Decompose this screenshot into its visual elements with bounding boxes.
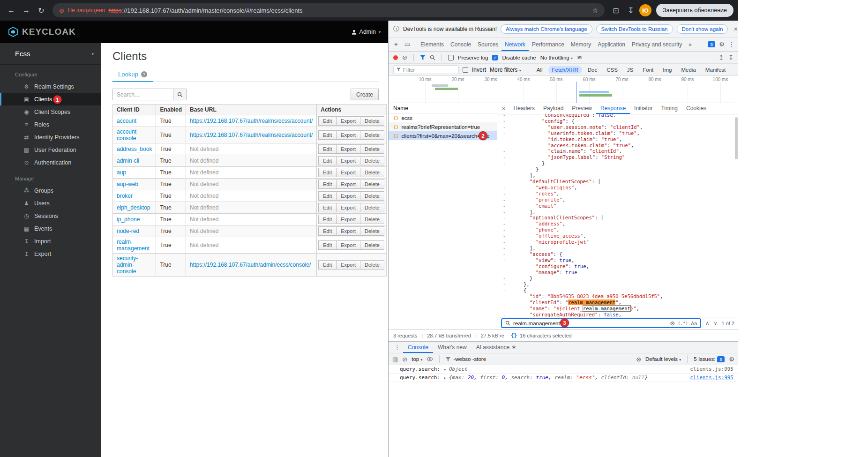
client-id-link[interactable]: security-admin-console — [117, 255, 138, 275]
response-viewer[interactable]: -"consentRequired": false,-"config": {-"… — [497, 114, 738, 317]
client-id-link[interactable]: address_book — [117, 146, 152, 152]
fold-marker[interactable]: - — [497, 179, 511, 185]
row-action-delete[interactable]: Delete — [360, 156, 384, 165]
detail-tab-payload[interactable]: Payload — [539, 103, 568, 114]
more-filters-dropdown[interactable]: More filters ▾ — [490, 67, 521, 73]
invert-label[interactable]: Invert — [472, 67, 486, 73]
clear-network-log-icon[interactable]: ⊘ — [402, 54, 407, 61]
row-action-delete[interactable]: Delete — [360, 180, 384, 189]
inspect-element-icon[interactable]: ⌖ — [390, 41, 402, 48]
settings-gear-icon[interactable]: ⚙ — [719, 41, 725, 48]
find-input[interactable] — [513, 321, 667, 326]
row-action-delete[interactable]: Delete — [360, 191, 384, 201]
fold-marker[interactable]: - — [497, 118, 511, 124]
search-button[interactable] — [173, 89, 187, 100]
clients-search-input[interactable] — [112, 89, 173, 100]
row-action-delete[interactable]: Delete — [360, 168, 384, 177]
client-id-link[interactable]: account — [117, 118, 136, 124]
fold-marker[interactable]: - — [497, 293, 511, 300]
row-action-export[interactable]: Export — [336, 116, 360, 126]
clear-filter-icon[interactable]: ⊗ — [636, 356, 641, 363]
sidebar-item-identity-providers[interactable]: ⇄Identity Providers — [0, 131, 101, 143]
detail-tab-preview[interactable]: Preview — [568, 103, 596, 114]
row-action-export[interactable]: Export — [336, 180, 360, 189]
sidebar-item-events[interactable]: ▦Events — [0, 222, 101, 235]
banner-button-always-match-chrome-s-language[interactable]: Always match Chrome's language — [501, 24, 592, 34]
source-location-link[interactable]: clients.js:995 — [690, 366, 733, 372]
keycloak-logo[interactable]: KEYCLOAK — [7, 26, 76, 37]
row-action-edit[interactable]: Edit — [318, 191, 337, 201]
device-toolbar-icon[interactable]: ▭ — [402, 41, 413, 48]
fold-marker[interactable]: - — [497, 154, 511, 160]
client-id-link[interactable]: ip_phone — [117, 216, 140, 223]
fold-marker[interactable]: - — [497, 306, 511, 312]
row-action-export[interactable]: Export — [336, 240, 360, 250]
requests-column-header[interactable]: Name — [389, 103, 497, 113]
sidebar-item-roles[interactable]: ≡Roles — [0, 118, 101, 131]
devtools-tab-performance[interactable]: Performance — [529, 38, 568, 51]
fold-marker[interactable]: - — [497, 197, 511, 203]
disable-cache-label[interactable]: Disable cache — [502, 55, 536, 60]
record-button[interactable] — [393, 55, 398, 60]
realm-selector[interactable]: Ecss ▾ — [0, 43, 101, 65]
row-action-export[interactable]: Export — [336, 130, 360, 140]
detail-tab-cookies[interactable]: Cookies — [682, 103, 711, 114]
user-menu[interactable]: Admin ▾ — [352, 29, 381, 35]
row-action-export[interactable]: Export — [336, 215, 360, 224]
help-icon[interactable]: ? — [141, 71, 147, 77]
type-filter-doc[interactable]: Doc — [584, 66, 601, 74]
devtools-tab-network[interactable]: Network — [501, 38, 529, 51]
row-action-delete[interactable]: Delete — [360, 130, 384, 140]
fold-marker[interactable]: - — [497, 142, 511, 149]
type-filter-font[interactable]: Font — [639, 66, 657, 74]
detail-tab-initiator[interactable]: Initiator — [630, 103, 657, 114]
scrollbar-thumb[interactable] — [735, 117, 738, 159]
fold-marker[interactable]: - — [497, 227, 511, 233]
row-action-delete[interactable]: Delete — [360, 240, 384, 250]
row-action-export[interactable]: Export — [336, 203, 360, 212]
row-action-edit[interactable]: Edit — [318, 180, 337, 189]
fold-marker[interactable]: - — [497, 221, 511, 227]
type-filter-js[interactable]: JS — [623, 66, 637, 74]
url-text[interactable]: https://192.168.107.67/auth/admin/master… — [108, 7, 589, 14]
devtools-tab-elements[interactable]: Elements — [417, 38, 447, 51]
base-url-link[interactable]: https://192.168.107.67/auth/admin/ecss/c… — [190, 262, 311, 268]
tab-lookup[interactable]: Lookup ? — [112, 67, 153, 82]
type-filter-img[interactable]: Img — [659, 66, 675, 74]
devtools-tab-memory[interactable]: Memory — [568, 38, 594, 51]
column-header-enabled[interactable]: Enabled — [156, 105, 186, 115]
network-overview-timeline[interactable]: 10 ms20 ms30 ms40 ms50 ms60 ms70 ms80 ms… — [389, 76, 738, 103]
context-select[interactable]: top ▾ — [412, 356, 422, 362]
row-action-export[interactable]: Export — [336, 156, 360, 165]
client-id-link[interactable]: broker — [117, 193, 133, 199]
address-bar[interactable]: ⊘ Не защищено https://192.168.107.67/aut… — [52, 3, 605, 17]
console-settings-icon[interactable]: ⚙ — [729, 356, 734, 363]
finish-update-button[interactable]: Завершить обновление — [656, 4, 733, 17]
row-action-export[interactable]: Export — [336, 226, 360, 236]
client-id-link[interactable]: aup — [117, 169, 126, 176]
eye-icon[interactable] — [427, 357, 433, 361]
row-action-edit[interactable]: Edit — [318, 215, 337, 224]
row-action-delete[interactable]: Delete — [360, 260, 384, 270]
client-id-link[interactable]: elph_desktop — [117, 204, 150, 211]
console-filter-box[interactable]: ⊗ — [446, 356, 641, 363]
row-action-delete[interactable]: Delete — [360, 203, 384, 212]
devtools-tab-application[interactable]: Application — [594, 38, 629, 51]
find-previous-icon[interactable]: ∧ — [705, 320, 709, 326]
fold-marker[interactable]: - — [497, 257, 511, 263]
sidebar-item-clients[interactable]: ▣Clients — [0, 93, 101, 105]
fold-marker[interactable]: - — [497, 203, 511, 209]
client-id-link[interactable]: realm-management — [117, 239, 150, 252]
drawer-tab-ai-assistance[interactable]: AI assistance∗ — [471, 342, 521, 353]
sidebar-item-import[interactable]: ↧Import — [0, 235, 101, 247]
type-filter-fetch-xhr[interactable]: Fetch/XHR — [548, 66, 582, 74]
fold-marker[interactable]: - — [497, 166, 511, 172]
fold-marker[interactable]: - — [497, 270, 511, 276]
sidebar-item-export[interactable]: ↥Export — [0, 247, 101, 260]
issues-link[interactable]: 5 Issues:5 — [694, 356, 725, 362]
clear-console-icon[interactable]: ⊘ — [402, 356, 407, 363]
row-action-edit[interactable]: Edit — [318, 203, 337, 212]
devtools-tab-privacy-and-security[interactable]: Privacy and security — [629, 38, 685, 51]
base-url-link[interactable]: https://192.168.107.67/auth/realms/ecss/… — [190, 132, 313, 138]
sidebar-item-authentication[interactable]: ⊙Authentication — [0, 156, 101, 169]
